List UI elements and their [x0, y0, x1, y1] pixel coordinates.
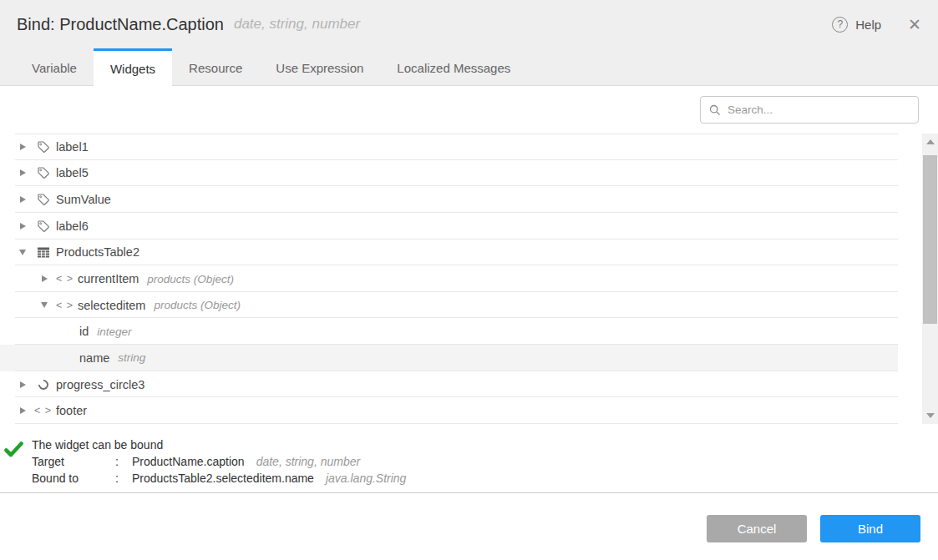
- status-message: The widget can be bound: [32, 436, 938, 453]
- tree-item-label: footer: [56, 404, 87, 417]
- collapse-arrow-icon[interactable]: [38, 302, 50, 308]
- status-boundto-value: ProductsTable2.selecteditem.name: [132, 470, 314, 487]
- tree-item-label: id: [79, 325, 89, 338]
- widget-tree: label1 label5 SumValue: [0, 134, 938, 424]
- tree-row-label1[interactable]: label1: [0, 134, 898, 160]
- tab-resource[interactable]: Resource: [172, 48, 259, 85]
- tag-icon: [36, 140, 50, 154]
- tree-item-type: integer: [97, 325, 131, 338]
- status-colon: :: [115, 470, 132, 487]
- expand-arrow-icon[interactable]: [17, 407, 28, 414]
- tag-icon: [36, 219, 50, 233]
- tree-item-type: string: [118, 351, 145, 364]
- tree-item-label: label6: [56, 219, 89, 233]
- tab-use-expression[interactable]: Use Expression: [259, 48, 380, 85]
- tree-item-label: currentItem: [78, 272, 139, 285]
- close-icon[interactable]: ✕: [908, 17, 921, 33]
- bind-button[interactable]: Bind: [820, 515, 920, 542]
- expand-arrow-icon[interactable]: [17, 169, 28, 176]
- expand-arrow-icon[interactable]: [17, 223, 28, 230]
- status-target-type: date, string, number: [256, 453, 361, 470]
- tree-row-sumvalue[interactable]: SumValue: [0, 186, 898, 213]
- tree-item-label: name: [79, 351, 109, 365]
- search-row: [0, 86, 938, 134]
- tree-item-label: label5: [56, 166, 89, 179]
- status-target-value: ProductName.caption: [132, 453, 245, 470]
- tree-scrollbar[interactable]: [922, 134, 938, 424]
- dialog-header: Bind: ProductName.Caption date, string, …: [0, 0, 938, 48]
- tree-item-label: ProductsTable2: [56, 245, 139, 259]
- table-icon: [36, 246, 50, 259]
- circle-icon: [36, 380, 50, 390]
- expand-arrow-icon[interactable]: [17, 144, 28, 150]
- status-boundto-type: java.lang.String: [326, 470, 407, 487]
- dialog-footer: Cancel Bind: [0, 492, 938, 560]
- scrollbar-thumb[interactable]: [923, 155, 937, 324]
- search-box[interactable]: [700, 96, 919, 124]
- tree-row-footer[interactable]: < > footer: [0, 397, 898, 424]
- tree-row-name-selected[interactable]: name string: [0, 345, 898, 371]
- expand-arrow-icon[interactable]: [17, 381, 28, 388]
- expand-arrow-icon[interactable]: [38, 275, 50, 282]
- tab-localized-messages[interactable]: Localized Messages: [380, 48, 527, 85]
- tree-row-id[interactable]: id integer: [0, 318, 898, 345]
- tree-row-progress-circle3[interactable]: progress_circle3: [0, 371, 898, 398]
- tree-item-label: progress_circle3: [56, 378, 145, 391]
- tree-row-label5[interactable]: label5: [0, 160, 898, 187]
- code-icon: < >: [58, 273, 72, 285]
- tab-widgets[interactable]: Widgets: [94, 48, 172, 86]
- cancel-button[interactable]: Cancel: [707, 515, 807, 542]
- bind-dialog: Bind: ProductName.Caption date, string, …: [0, 0, 938, 560]
- expand-arrow-icon[interactable]: [17, 196, 28, 203]
- tree-row-selecteditem[interactable]: < > selecteditem products (Object): [0, 292, 898, 319]
- tree-item-type: products (Object): [154, 299, 241, 311]
- status-boundto-label: Bound to: [32, 470, 115, 487]
- collapse-arrow-icon[interactable]: [17, 250, 28, 255]
- help-icon[interactable]: ?: [832, 17, 848, 33]
- scroll-up-icon[interactable]: [922, 134, 938, 150]
- status-target-label: Target: [32, 453, 115, 470]
- tab-bar: Variable Widgets Resource Use Expression…: [0, 48, 938, 86]
- tab-variable[interactable]: Variable: [15, 48, 94, 85]
- dialog-subtitle: date, string, number: [234, 16, 360, 33]
- help-link[interactable]: Help: [855, 18, 881, 32]
- checkmark-icon: [3, 439, 23, 462]
- scroll-down-icon[interactable]: [922, 407, 938, 424]
- tree-item-label: label1: [56, 140, 89, 154]
- dialog-title: Bind: ProductName.Caption: [17, 15, 224, 34]
- status-colon: :: [115, 453, 132, 470]
- tree-row-label6[interactable]: label6: [0, 213, 898, 240]
- search-input[interactable]: [728, 103, 895, 116]
- code-icon: < >: [36, 405, 50, 416]
- search-icon: [709, 104, 721, 116]
- tag-icon: [36, 166, 50, 179]
- status-boundto-row: Bound to : ProductsTable2.selecteditem.n…: [32, 470, 938, 487]
- code-icon: < >: [58, 300, 72, 311]
- tree-item-label: selecteditem: [78, 299, 145, 312]
- tree-item-label: SumValue: [56, 193, 111, 206]
- tag-icon: [36, 193, 50, 206]
- tree-row-currentitem[interactable]: < > currentItem products (Object): [0, 265, 898, 292]
- status-target-row: Target : ProductName.caption date, strin…: [32, 453, 938, 470]
- binding-status-panel: The widget can be bound Target : Product…: [0, 424, 938, 492]
- tree-item-type: products (Object): [147, 273, 234, 285]
- tree-row-productstable2[interactable]: ProductsTable2: [0, 240, 898, 266]
